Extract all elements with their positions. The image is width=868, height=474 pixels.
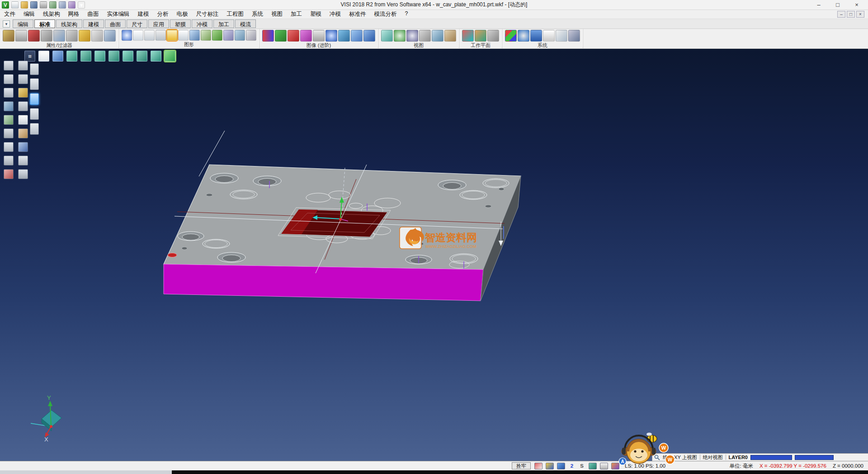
blue-refresh-icon[interactable] [326,30,337,42]
workplane-xy-icon[interactable] [462,30,474,42]
magenta-box-icon[interactable] [300,30,312,42]
move-icon[interactable] [4,88,14,98]
menu-item[interactable]: 编辑 [19,10,39,19]
menu-item[interactable]: 尺寸标注 [192,10,223,19]
ribbon-tab[interactable]: 塑膜 [170,19,191,28]
render-box-icon[interactable] [363,30,375,42]
workplane-mini-icon[interactable] [546,463,554,469]
layers-small-icon[interactable] [4,156,14,166]
doc-close-button[interactable]: × [856,11,864,18]
layer-indicator[interactable]: LAYER0 [729,455,748,460]
print-small-icon[interactable] [18,169,28,179]
menu-item[interactable]: 加工 [287,10,306,19]
menu-item[interactable]: 文件 [0,10,19,19]
close-button[interactable]: × [847,0,866,9]
filter-chain-icon[interactable] [53,30,65,42]
scissors-icon[interactable] [18,61,28,71]
menu-item[interactable]: 建模 [134,10,153,19]
view-back-icon[interactable] [123,51,133,62]
translucent-box-icon[interactable] [223,30,234,41]
info-icon[interactable] [4,142,14,152]
ribbon-tab[interactable]: 模流 [235,19,256,28]
attribute-brush-icon[interactable] [3,30,14,42]
os-taskbar[interactable] [0,470,868,474]
menu-item[interactable]: 系统 [248,10,267,19]
curve-icon[interactable] [4,128,14,138]
printer-icon[interactable] [15,30,27,42]
undo-icon[interactable] [59,1,66,9]
solids-mode-icon[interactable] [589,463,597,469]
green-solids-icon[interactable] [212,30,222,41]
cylinder-wire-icon[interactable] [178,30,189,41]
view-front-icon[interactable] [80,51,91,62]
arrows-swap-icon[interactable] [338,30,350,42]
knife-icon[interactable] [18,74,28,84]
ribbon-tab[interactable]: 尺寸 [127,19,147,28]
pan-icon[interactable] [419,30,431,42]
box-cylinder-icon[interactable] [201,30,211,41]
clipboard-paste-icon[interactable] [30,93,39,105]
3d-scene[interactable]: 智造资料网 WWW.ZHIZAOZILIAO.COM Y X [0,49,868,461]
sheet-icon[interactable] [18,115,28,125]
select-icon[interactable] [4,61,14,71]
maximize-button[interactable]: □ [828,0,847,9]
zoom-all-icon[interactable] [394,30,406,42]
gray-cylinder-icon[interactable] [313,30,325,42]
zoom-window-icon[interactable] [406,30,418,42]
modify-icon[interactable] [18,101,28,111]
menu-item[interactable]: 标准件 [345,10,370,19]
ribbon-tab[interactable]: 标准 [34,19,55,28]
workplane-view-icon[interactable] [487,30,499,42]
filter-settings-icon[interactable] [104,30,116,42]
table-grid-icon[interactable] [543,30,555,42]
new-document-icon[interactable] [11,1,19,9]
view-left-icon[interactable] [108,51,119,62]
solid-box-icon[interactable] [189,30,200,41]
snap-toggle[interactable]: 拴牢 [512,462,531,469]
globe-icon[interactable] [518,30,529,42]
menu-item[interactable]: 网格 [64,10,84,19]
cylinder-view-icon[interactable] [133,30,143,41]
color-grid-icon[interactable] [505,30,517,42]
clipboard-copy-icon[interactable] [30,78,39,90]
print-icon[interactable] [40,1,47,9]
save-file-icon[interactable] [30,1,38,9]
visi-logo-icon[interactable]: V [2,1,9,9]
ribbon-tab[interactable]: 冲模 [192,19,212,28]
ribbon-tab[interactable]: 曲面 [105,19,126,28]
refresh-display-icon[interactable] [122,30,132,41]
shaded-cylinder-icon[interactable] [167,30,177,41]
menu-item[interactable]: 分析 [153,10,173,19]
refresh-small-icon[interactable] [18,142,28,152]
menu-item[interactable]: 电极 [173,10,192,19]
menu-item[interactable]: 冲模 [326,10,345,19]
ribbon-tab[interactable]: 编辑 [13,19,33,28]
red-box-icon[interactable] [288,30,299,42]
rotate-view-icon[interactable] [432,30,443,42]
swap-entities-icon[interactable] [235,30,245,41]
menu-item[interactable]: 工程图 [223,10,248,19]
sparkle-grid-icon[interactable] [556,30,567,42]
cursor-mode-icon[interactable] [600,463,608,469]
funnel-icon[interactable] [351,30,363,42]
ribbon-tab[interactable]: 应用 [148,19,169,28]
stereo-glasses-icon[interactable] [262,30,274,42]
copy-geometry-icon[interactable] [4,115,14,125]
ribbon-tab[interactable]: 建模 [83,19,104,28]
clipboard-clear-icon[interactable] [30,123,39,135]
zoom-box-icon[interactable] [4,74,14,84]
ribbon-tab[interactable]: 线架构 [56,19,82,28]
menu-item[interactable]: 实体编辑 [103,10,134,19]
slanted-panel-icon[interactable] [568,30,580,42]
pencil-yellow-icon[interactable] [79,30,90,42]
menu-item[interactable]: 模流分析 [370,10,401,19]
minimize-button[interactable]: – [809,0,828,9]
workplane-free-icon[interactable] [475,30,486,42]
cylinder-hidden-icon[interactable] [144,30,155,41]
link-red-icon[interactable] [28,30,40,42]
viewport[interactable]: 智造资料网 WWW.ZHIZAOZILIAO.COM Y X ≡ [0,49,868,461]
notes-icon[interactable] [18,128,28,138]
shaded-view-icon[interactable] [52,51,63,62]
absolute-view-label[interactable]: 绝对视图 [703,454,723,461]
view-right-icon[interactable] [94,51,105,62]
